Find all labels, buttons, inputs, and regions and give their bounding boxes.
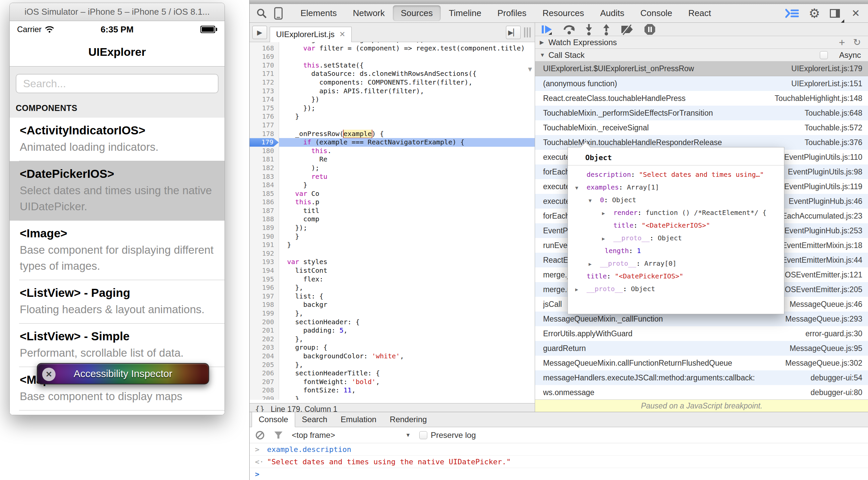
stack-frame[interactable]: ws.onmessagedebugger-ui:80 — [535, 385, 868, 400]
watch-expressions-header[interactable]: ▶ Watch Expressions + ↻ — [535, 36, 868, 49]
call-stack-header[interactable]: ▼ Call Stack Async — [535, 49, 868, 62]
list-item[interactable]: <ActivityIndicatorIOS>Animated loading i… — [10, 118, 224, 161]
line-number[interactable]: 191 — [250, 241, 279, 249]
stack-frame[interactable]: guardReturnMessageQueue.js:95 — [535, 341, 868, 356]
line-number[interactable]: 197 — [250, 292, 279, 301]
line-number[interactable]: 193 — [250, 258, 279, 266]
file-tab[interactable]: UIExplorerList.js ✕ — [270, 27, 352, 42]
code-line[interactable]: 185 var Co — [250, 190, 535, 198]
preserve-log-checkbox[interactable] — [419, 431, 427, 439]
code-line[interactable]: 184 } — [250, 181, 535, 190]
toggle-console-drawer-icon[interactable] — [785, 6, 799, 21]
line-number[interactable]: 172 — [250, 78, 279, 87]
tab-profiles[interactable]: Profiles — [489, 5, 534, 21]
code-line[interactable]: 195 flex: — [250, 275, 535, 284]
line-number[interactable]: 204 — [250, 352, 279, 361]
code-line[interactable]: 180 this. — [250, 147, 535, 156]
code-line[interactable]: 179 if (example === ReactNavigatorExampl… — [250, 138, 535, 147]
resume-button[interactable] — [541, 24, 553, 35]
code-line[interactable]: 200 sectionHeader: { — [250, 318, 535, 327]
chevron-down-icon[interactable]: ▼ — [575, 181, 587, 194]
tab-react[interactable]: React — [680, 5, 719, 21]
code-line[interactable]: 194 listCont — [250, 266, 535, 275]
object-property[interactable]: description: "Select dates and times usi… — [568, 168, 784, 181]
object-property[interactable]: ▶__proto__: Object — [568, 232, 784, 244]
code-line[interactable]: 172 components: COMPONENTS.filter(filter… — [250, 78, 535, 87]
tab-console[interactable]: Console — [632, 5, 680, 21]
simulator-titlebar[interactable]: iOS Simulator – iPhone 5 – iPhone 5 / iO… — [10, 3, 224, 21]
chevron-down-icon[interactable]: ▼ — [589, 194, 600, 207]
code-line[interactable]: 182 ); — [250, 164, 535, 172]
breakpoint-tag[interactable]: 179 — [250, 138, 279, 147]
line-number[interactable]: 189 — [250, 224, 279, 232]
code-editor[interactable]: 167var regex = new RegExp(text, 'i');168… — [250, 42, 535, 400]
code-line[interactable]: 176 } — [250, 112, 535, 121]
line-number[interactable]: 181 — [250, 155, 279, 164]
step-out-button[interactable] — [603, 24, 610, 35]
add-watch-icon[interactable]: + — [839, 37, 845, 48]
object-property[interactable]: ▶__proto__: Array[0] — [568, 257, 784, 270]
line-number[interactable]: 187 — [250, 207, 279, 215]
object-property[interactable]: title: "<DatePickerIOS>" — [568, 219, 784, 232]
line-number[interactable]: 203 — [250, 343, 279, 352]
line-number[interactable]: 202 — [250, 335, 279, 344]
object-property[interactable]: ▶render: function () /*ReactElement*/ { — [568, 206, 784, 219]
code-line[interactable]: 207 fontWeight: 'bold', — [250, 378, 535, 386]
code-line[interactable]: 183 retu — [250, 172, 535, 181]
line-number[interactable]: 178 — [250, 130, 279, 138]
list-item[interactable]: <ListView> - PagingFloating headers & la… — [10, 280, 224, 323]
line-number[interactable]: 184 — [250, 181, 279, 190]
list-item[interactable]: <Image>Base component for displaying dif… — [10, 220, 224, 280]
tab-network[interactable]: Network — [345, 5, 393, 21]
code-line[interactable]: 196 }, — [250, 283, 535, 292]
line-number[interactable]: 186 — [250, 198, 279, 207]
code-line[interactable]: 192 — [250, 249, 535, 258]
line-number[interactable]: 192 — [250, 249, 279, 258]
chevron-right-icon[interactable]: ▶ — [575, 283, 587, 296]
stack-frame[interactable]: messageHandlers.executeJSCall:method:arg… — [535, 370, 868, 385]
code-line[interactable]: 173 apis: APIS.filter(filter), — [250, 87, 535, 96]
code-line[interactable]: 188 comp — [250, 215, 535, 224]
code-line[interactable]: 199 }, — [250, 309, 535, 318]
line-number[interactable]: 207 — [250, 378, 279, 386]
line-number[interactable]: 179 — [250, 138, 279, 147]
line-number[interactable]: 208 — [250, 386, 279, 395]
show-navigator-icon[interactable]: ▶ — [252, 26, 267, 39]
stack-frame[interactable]: React.createClass.touchableHandlePressTo… — [535, 91, 868, 106]
stack-frame[interactable]: ErrorUtils.applyWithGuarderror-guard.js:… — [535, 326, 868, 341]
object-property[interactable]: length: 1 — [568, 244, 784, 257]
code-line[interactable]: 189 }); — [250, 224, 535, 232]
async-checkbox[interactable] — [820, 51, 828, 59]
code-line[interactable]: 171 dataSource: ds.cloneWithRowsAndSecti… — [250, 70, 535, 78]
line-number[interactable]: 196 — [250, 283, 279, 292]
line-number[interactable]: 169 — [250, 53, 279, 61]
line-number[interactable]: 175 — [250, 104, 279, 113]
code-line[interactable]: 170 this.setState({ — [250, 61, 535, 70]
line-number[interactable]: 168 — [250, 44, 279, 53]
console-tab-emulation[interactable]: Emulation — [334, 412, 383, 427]
line-number[interactable]: 200 — [250, 318, 279, 327]
step-over-button[interactable] — [563, 24, 575, 35]
code-line[interactable]: 178 _onPressRow(example) { — [250, 130, 535, 138]
console-input-row[interactable]: > — [250, 468, 868, 480]
chevron-down-icon[interactable]: ▼ — [540, 52, 549, 58]
code-line[interactable]: 169 — [250, 53, 535, 61]
line-number[interactable]: 205 — [250, 361, 279, 369]
line-number[interactable]: 188 — [250, 215, 279, 224]
panel-splitter-grip[interactable] — [524, 27, 531, 37]
accessibility-inspector-overlay[interactable]: ✕ Accessibility Inspector — [37, 363, 209, 384]
line-number[interactable]: 209 — [250, 395, 279, 400]
chevron-right-icon[interactable]: ▶ — [589, 258, 600, 270]
code-line[interactable]: 197 list: { — [250, 292, 535, 301]
dock-side-icon[interactable] — [828, 6, 842, 21]
refresh-watch-icon[interactable]: ↻ — [853, 38, 861, 47]
line-number[interactable]: 183 — [250, 172, 279, 181]
code-line[interactable]: 181 Re — [250, 155, 535, 164]
object-property[interactable]: ▼examples: Array[1] — [568, 181, 784, 194]
settings-gear-icon[interactable]: ⚙ — [809, 7, 820, 20]
code-line[interactable]: 208 fontSize: 11, — [250, 386, 535, 395]
stack-frame[interactable]: TouchableMixin._performSideEffectsForTra… — [535, 106, 868, 120]
close-icon[interactable]: ✕ — [42, 368, 56, 381]
code-line[interactable]: 209 } — [250, 395, 535, 400]
console-tab-rendering[interactable]: Rendering — [383, 412, 434, 427]
